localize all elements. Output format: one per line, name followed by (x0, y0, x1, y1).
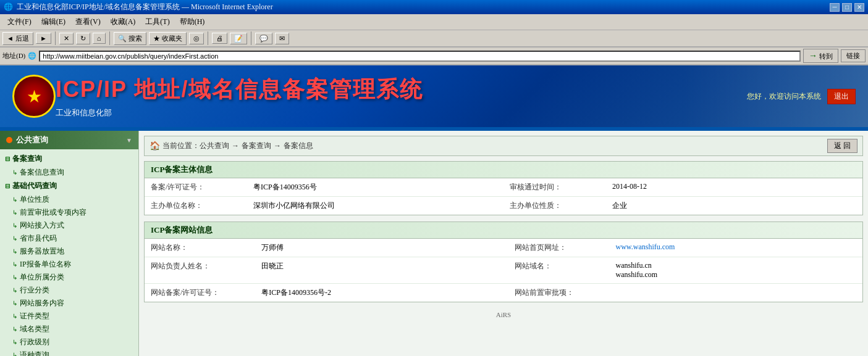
back-button[interactable]: ◄ 后退 (2, 32, 33, 45)
value-site-url: www.wanshifu.com (610, 239, 862, 257)
sidebar-item-unit-category[interactable]: ↳ 单位所属分类 (0, 271, 138, 284)
tree-leaf-icon-10: ↳ (12, 300, 17, 307)
title-bar-text: 工业和信息化部ICP/IP地址/域名信息备案管理系统 — Microsoft I… (17, 2, 273, 12)
forward-button[interactable]: ► (36, 33, 51, 44)
label-contact-name: 网站负责人姓名： (145, 257, 255, 284)
icp-subject-section: ICP备案主体信息 备案/许可证号： 粤ICP备14009356号 审核通过时间… (144, 161, 863, 215)
table-row: 备案/许可证号： 粤ICP备14009356号 审核通过时间： 2014-08-… (145, 178, 862, 197)
welcome-text: 您好，欢迎访问本系统 (747, 91, 821, 102)
banner-text-area: ICP/IP 地址/域名信息备案管理系统 工业和信息化部 (56, 75, 747, 118)
logout-button[interactable]: 退出 (827, 89, 856, 104)
back-button[interactable]: 返 回 (827, 139, 857, 153)
sidebar-item-language-query[interactable]: ↳ 语种查询 (0, 349, 138, 356)
sidebar-header-label: 公共查询 (16, 135, 48, 146)
value-site-name: 万师傅 (255, 239, 508, 257)
site-url-link[interactable]: www.wanshifu.com (616, 242, 675, 251)
go-button[interactable]: → 转到 (803, 49, 838, 63)
banner-subtitle: 工业和信息化部 (56, 107, 747, 118)
stop-button[interactable]: ✕ (59, 33, 74, 44)
value-contact-name: 田晓正 (255, 257, 508, 284)
address-label: 地址(D) (2, 51, 25, 60)
sidebar-item-server-location[interactable]: ↳ 服务器放置地 (0, 245, 138, 258)
toolbar-separator-1 (55, 31, 56, 45)
value-domain: wanshifu.cn wanshifu.com (610, 257, 862, 284)
sidebar-item-domain-type[interactable]: ↳ 域名类型 (0, 323, 138, 336)
sidebar-item-access-method[interactable]: ↳ 网站接入方式 (0, 219, 138, 232)
sidebar-group-base-code[interactable]: ⊟ 基础代码查询 (0, 179, 138, 193)
sidebar-section-inquiry: ⊟ 备案查询 ↳ 备案信息查询 ⊟ 基础代码查询 ↳ 单位性质 ↳ 前置审批或专… (0, 149, 138, 356)
breadcrumb-left: 🏠 当前位置：公共查询 → 备案查询 → 备案信息 (150, 141, 313, 151)
tree-leaf-icon-14: ↳ (12, 352, 17, 356)
tree-leaf-icon-13: ↳ (12, 339, 17, 346)
favorites-button[interactable]: ★ 收藏夹 (149, 32, 187, 45)
header-banner: ★ ICP/IP 地址/域名信息备案管理系统 工业和信息化部 您好，欢迎访问本系… (0, 65, 868, 127)
refresh-button[interactable]: ↻ (76, 33, 90, 44)
messenger-button[interactable]: ✉ (275, 33, 289, 44)
edit-button[interactable]: 📝 (230, 33, 247, 44)
main-layout: 公共查询 ▼ ⊟ 备案查询 ↳ 备案信息查询 ⊟ 基础代码查询 ↳ 单位性质 (0, 131, 868, 356)
media-button[interactable]: ◎ (189, 33, 204, 44)
maximize-button[interactable]: □ (842, 3, 852, 12)
title-bar-controls: ─ □ ✕ (830, 3, 864, 12)
menu-file[interactable]: 文件(F) (2, 15, 36, 28)
value-org-name: 深圳市小亿网络有限公司 (247, 197, 504, 215)
tree-leaf-icon-12: ↳ (12, 326, 17, 333)
tree-leaf-icon-6: ↳ (12, 248, 17, 255)
breadcrumb-step2: 备案信息 (284, 141, 313, 151)
menu-edit[interactable]: 编辑(E) (36, 15, 70, 28)
banner-logo: ★ (12, 75, 56, 118)
menu-favorites[interactable]: 收藏(A) (106, 15, 141, 28)
tree-leaf-icon-7: ↳ (12, 261, 17, 268)
icp-website-table: 网站名称： 万师傅 网站首页网址： www.wanshifu.com 网站负责人… (145, 239, 862, 302)
discuss-button[interactable]: 💬 (255, 33, 272, 44)
title-bar: 🌐 工业和信息化部ICP/IP地址/域名信息备案管理系统 — Microsoft… (0, 0, 868, 14)
sidebar-item-filing-info[interactable]: ↳ 备案信息查询 (0, 166, 138, 179)
label-pre-approval: 网站前置审批项： (508, 284, 610, 302)
print-button[interactable]: 🖨 (212, 33, 227, 44)
title-bar-icon: 🌐 (4, 2, 13, 12)
links-button[interactable]: 链接 (841, 49, 866, 62)
tree-leaf-icon-5: ↳ (12, 235, 17, 242)
menu-view[interactable]: 查看(V) (70, 15, 106, 28)
sidebar-item-industry-type[interactable]: ↳ 行业分类 (0, 284, 138, 297)
table-row: 网站负责人姓名： 田晓正 网站域名： wanshifu.cn wanshifu.… (145, 257, 862, 284)
label-site-cert: 网站备案/许可证号： (145, 284, 255, 302)
toolbar-separator-3 (208, 31, 208, 45)
label-org-name: 主办单位名称： (145, 197, 247, 215)
minimize-button[interactable]: ─ (830, 3, 840, 12)
tree-leaf-icon-3: ↳ (12, 209, 17, 216)
sidebar-item-unit-nature[interactable]: ↳ 单位性质 (0, 193, 138, 206)
breadcrumb-sep2: → (274, 141, 281, 151)
address-input[interactable] (39, 51, 801, 62)
value-org-nature: 企业 (606, 197, 862, 215)
home-icon: 🏠 (150, 141, 160, 151)
sidebar-group-filing-label: 备案查询 (12, 154, 42, 164)
sidebar-item-website-service[interactable]: ↳ 网站服务内容 (0, 297, 138, 310)
toolbar-separator-2 (109, 31, 110, 45)
menu-tools[interactable]: 工具(T) (140, 15, 174, 28)
label-cert-no: 备案/许可证号： (145, 178, 247, 197)
banner-right: 您好，欢迎访问本系统 退出 (747, 89, 856, 104)
icp-subject-table: 备案/许可证号： 粤ICP备14009356号 审核通过时间： 2014-08-… (145, 178, 862, 215)
tree-leaf-icon-11: ↳ (12, 313, 17, 320)
tree-leaf-icon-4: ↳ (12, 222, 17, 229)
sidebar-group-filing-query[interactable]: ⊟ 备案查询 (0, 152, 138, 166)
menu-help[interactable]: 帮助(H) (175, 15, 210, 28)
value-cert-no: 粤ICP备14009356号 (247, 178, 504, 197)
sidebar-item-ip-unit[interactable]: ↳ IP报备单位名称 (0, 258, 138, 271)
sidebar-item-province-code[interactable]: ↳ 省市县代码 (0, 232, 138, 245)
logo-emblem: ★ (27, 86, 42, 107)
sidebar-collapse-icon[interactable]: ▼ (126, 137, 132, 144)
search-button[interactable]: 🔍 搜索 (114, 32, 146, 45)
tree-leaf-icon-9: ↳ (12, 287, 17, 294)
value-pre-approval (610, 284, 862, 302)
toolbar: ◄ 后退 ► ✕ ↻ ⌂ 🔍 搜索 ★ 收藏夹 ◎ 🖨 📝 💬 ✉ (0, 30, 868, 48)
tree-leaf-icon-2: ↳ (12, 196, 17, 203)
sidebar-item-admin-level[interactable]: ↳ 行政级别 (0, 336, 138, 349)
close-button[interactable]: ✕ (854, 3, 864, 12)
label-approve-time: 审核通过时间： (504, 178, 606, 197)
sidebar-item-cert-type[interactable]: ↳ 证件类型 (0, 310, 138, 323)
icp-website-title: ICP备案网站信息 (145, 222, 862, 239)
sidebar-item-pre-approval[interactable]: ↳ 前置审批或专项内容 (0, 206, 138, 219)
home-button[interactable]: ⌂ (93, 33, 106, 44)
